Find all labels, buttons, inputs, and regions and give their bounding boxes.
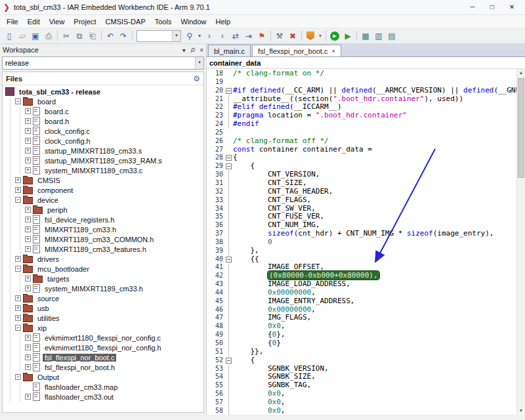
expand-icon[interactable]: + [15, 256, 21, 262]
tree-item-tota-sbl-cm33-release[interactable]: tota_sbl_cm33 - release [3, 87, 203, 96]
tree-item-board-c[interactable]: +board.c [3, 106, 203, 116]
fold-collapse-icon[interactable]: − [226, 155, 232, 161]
gear-icon[interactable]: ⚙ [193, 74, 200, 83]
menu-item-cmsis-dap[interactable]: CMSIS-DAP [101, 16, 150, 27]
expand-icon[interactable]: + [25, 217, 31, 222]
expand-icon[interactable]: + [15, 177, 21, 183]
expand-icon[interactable]: + [15, 187, 21, 193]
replace-icon[interactable]: ⇄ [229, 30, 242, 42]
collapse-icon[interactable]: − [15, 98, 21, 104]
tree-item-utilities[interactable]: +utilities [3, 313, 203, 323]
expand-icon[interactable]: + [25, 285, 31, 291]
tree-item-evkmimxrt1180-flexspi-nor-config-h[interactable]: +evkmimxrt1180_flexspi_nor_config.h [3, 343, 203, 352]
tree-item-flashloader-cm33-out[interactable]: +flashloader_cm33.out [3, 392, 203, 402]
tree-item-clock-config-h[interactable]: +clock_config.h [3, 136, 203, 146]
download-dropdown-icon[interactable]: ▾ [317, 30, 324, 42]
toolbar-search-input[interactable] [137, 31, 172, 41]
undo-icon[interactable]: ↶ [104, 30, 117, 42]
tree-item-mimxrt1189-cm33-h[interactable]: +MIMXRT1189_cm33.h [3, 224, 203, 234]
debug-without-downloading-icon[interactable]: ▶ [341, 30, 354, 42]
tree-item-device[interactable]: −device [3, 195, 203, 205]
tree-item-cmsis[interactable]: +CMSIS [3, 175, 203, 185]
expand-icon[interactable]: + [25, 246, 31, 252]
expand-icon[interactable]: + [25, 138, 31, 144]
tree-item-component[interactable]: +component [3, 185, 203, 195]
expand-icon[interactable]: + [25, 148, 31, 154]
tree-item-targets[interactable]: +targets [3, 274, 203, 284]
panel-close-icon[interactable]: × [200, 47, 203, 54]
menu-item-project[interactable]: Project [69, 16, 100, 27]
minimize-icon[interactable]: ─ [463, 1, 482, 14]
cspy-windows-icon[interactable]: ▦ [359, 30, 372, 42]
scrollbar-thumb[interactable] [518, 78, 524, 178]
expand-icon[interactable]: + [25, 394, 31, 400]
tree-item-periph[interactable]: +periph [3, 205, 203, 215]
expand-icon[interactable]: + [25, 108, 31, 114]
fold-collapse-icon[interactable]: − [226, 88, 232, 94]
find-dropdown-icon[interactable]: ▾ [196, 30, 203, 42]
editor-vertical-scrollbar[interactable]: ▲ ▼ [516, 69, 525, 415]
memory-window-icon[interactable]: ▤ [385, 30, 398, 42]
copy-icon[interactable]: ⧉ [73, 30, 86, 42]
tree-item-fsl-flexspi-nor-boot-h[interactable]: +fsl_flexspi_nor_boot.h [3, 362, 203, 372]
menu-item-help[interactable]: Help [211, 16, 236, 27]
expand-icon[interactable]: + [25, 118, 31, 124]
code-line-24[interactable]: 24#endif [207, 120, 517, 129]
chevron-down-icon[interactable]: ▾ [195, 57, 203, 69]
tree-item-board-h[interactable]: +board.h [3, 116, 203, 126]
workspace-menu-icon[interactable]: ▾ [182, 47, 186, 54]
collapse-icon[interactable]: − [15, 374, 21, 380]
redo-icon[interactable]: ↷ [117, 30, 130, 42]
menu-item-window[interactable]: Window [176, 16, 211, 27]
expand-icon[interactable]: + [25, 276, 31, 282]
expand-icon[interactable]: + [15, 315, 21, 321]
code-line-58[interactable]: 58 0x0, [207, 407, 517, 415]
tree-item-system-mimxrt1189-cm33-c[interactable]: +system_MIMXRT1189_cm33.c [3, 165, 203, 175]
tree-item-startup-mimxrt1189-cm33-ram-s[interactable]: +startup_MIMXRT1189_cm33_RAM.s [3, 156, 203, 165]
goto-icon[interactable]: ⇥ [242, 30, 255, 42]
save-icon[interactable]: ▣ [29, 30, 42, 42]
tree-item-output[interactable]: −Output [3, 372, 203, 382]
collapse-icon[interactable]: − [15, 325, 21, 331]
code-line-18[interactable]: 18/* clang-format on */ [207, 70, 517, 78]
fold-collapse-icon[interactable]: − [226, 163, 232, 169]
code-lines[interactable]: 18/* clang-format on */1920−#if defined(… [207, 69, 517, 415]
toolbar-search-combo[interactable]: ▾ [136, 30, 181, 42]
expand-icon[interactable]: + [25, 354, 31, 360]
expand-icon[interactable]: + [25, 207, 31, 213]
tree-item-board[interactable]: −board [3, 96, 203, 106]
fold-collapse-icon[interactable]: − [226, 257, 232, 262]
tree-item-startup-mimxrt1189-cm33-s[interactable]: +startup_MIMXRT1189_cm33.s [3, 146, 203, 156]
expand-icon[interactable]: + [25, 128, 31, 134]
expand-icon[interactable]: + [25, 158, 31, 163]
tree-item-mcu-bootloader[interactable]: −mcu_bootloader [3, 264, 203, 274]
open-file-icon[interactable]: ▱ [16, 30, 29, 42]
tab-close-icon[interactable]: × [331, 48, 335, 54]
print-icon[interactable]: ⎙ [42, 30, 55, 42]
download-icon[interactable] [304, 30, 317, 42]
fold-collapse-icon[interactable]: − [226, 358, 232, 364]
tree-item-system-mimxrt1189-cm33-h[interactable]: +system_MIMXRT1189_cm33.h [3, 284, 203, 293]
make-icon[interactable]: ⚒ [273, 30, 286, 42]
menu-item-file[interactable]: File [2, 16, 23, 27]
collapse-icon[interactable]: − [15, 266, 21, 272]
tree-item-source[interactable]: +source [3, 293, 203, 303]
expand-icon[interactable]: + [25, 167, 31, 173]
expand-icon[interactable]: + [15, 305, 21, 311]
pin-icon[interactable]: ⚲ [188, 46, 197, 54]
tree-item-xip[interactable]: −xip [3, 323, 203, 333]
tree-item-clock-config-c[interactable]: +clock_config.c [3, 126, 203, 136]
maximize-icon[interactable]: □ [482, 1, 502, 14]
new-document-icon[interactable]: ▯ [3, 30, 16, 42]
find-previous-icon[interactable]: ‹ [216, 30, 229, 42]
window-titlebar[interactable]: ❯ tota_sbl_cm33 - IAR Embedded Workbench… [0, 0, 525, 15]
tab-fsl-flexspi-nor-boot[interactable]: fsl_flexspi_nor_boot.c × [252, 45, 341, 56]
configuration-selector[interactable]: release ▾ [2, 56, 204, 70]
tree-item-evkmimxrt1180-flexspi-nor-config-c[interactable]: +evkmimxrt1180_flexspi_nor_config.c [3, 333, 203, 343]
expand-icon[interactable]: + [25, 345, 31, 350]
tree-item-fsl-flexspi-nor-boot-c[interactable]: +fsl_flexspi_nor_boot.c [3, 352, 203, 362]
registers-window-icon[interactable]: ▥ [372, 30, 385, 42]
expand-icon[interactable]: + [25, 364, 31, 370]
find-icon[interactable]: ⚲ [183, 30, 196, 42]
bookmark-icon[interactable]: ⚑ [255, 30, 268, 42]
